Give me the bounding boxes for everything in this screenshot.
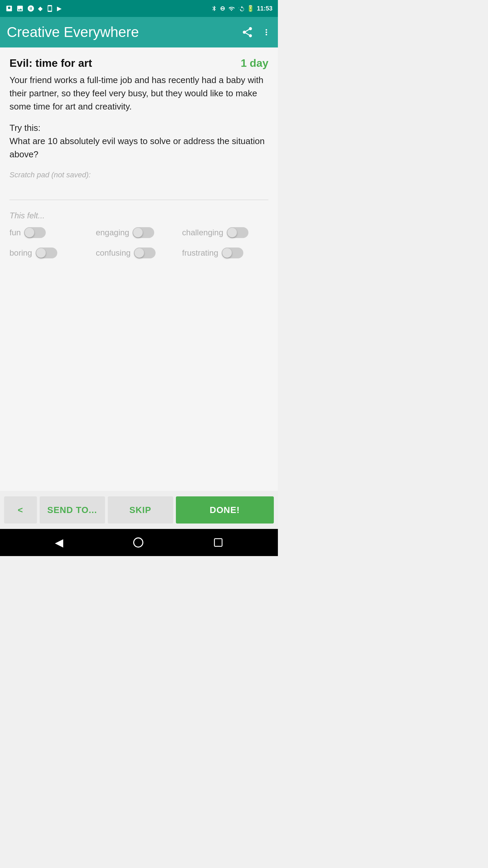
- toggle-item-fun: fun: [9, 227, 96, 238]
- toggle-item-boring: boring: [9, 248, 96, 258]
- nav-back-button[interactable]: ◀: [55, 536, 63, 549]
- toggle-confusing[interactable]: [134, 248, 156, 258]
- app-icon-6: ▶: [57, 5, 62, 12]
- bluetooth-icon: [211, 5, 217, 12]
- challenge-header: Evil: time for art 1 day: [9, 57, 268, 70]
- app-icon-2: [16, 5, 24, 12]
- app-bar: Creative Everywhere: [0, 17, 278, 47]
- challenge-days: 1 day: [241, 57, 268, 70]
- toggle-item-engaging: engaging: [96, 227, 182, 238]
- app-title: Creative Everywhere: [7, 24, 241, 40]
- share-button[interactable]: [241, 26, 253, 38]
- toggle-label-frustrating: frustrating: [182, 248, 218, 258]
- toggle-item-confusing: confusing: [96, 248, 182, 258]
- try-this-text: Try this: What are 10 absolutely evil wa…: [9, 121, 268, 161]
- app-icon-3: [27, 5, 35, 12]
- toggle-label-confusing: confusing: [96, 248, 131, 258]
- main-content: Evil: time for art 1 day Your friend wor…: [0, 47, 278, 491]
- status-bar-right: ⊖ 🔋 11:53: [211, 5, 272, 12]
- toggle-item-frustrating: frustrating: [182, 248, 268, 258]
- scratch-pad-label: Scratch pad (not saved):: [9, 171, 268, 179]
- nav-bar: ◀: [0, 529, 278, 556]
- send-to-button[interactable]: SEND TO...: [40, 496, 105, 524]
- toggle-frustrating[interactable]: [222, 248, 243, 258]
- felt-label: This felt...: [9, 211, 268, 220]
- toggle-fun[interactable]: [24, 227, 46, 238]
- signal-icon: [238, 5, 244, 12]
- battery-icon: 🔋: [247, 5, 254, 12]
- status-bar-left: ◆ ▶: [5, 5, 62, 12]
- svg-rect-1: [214, 539, 222, 547]
- app-icon-5: [46, 5, 54, 12]
- time: 11:53: [257, 5, 272, 12]
- challenge-title: Evil: time for art: [9, 57, 92, 70]
- action-bar: < SEND TO... SKIP DONE!: [0, 491, 278, 529]
- toggle-item-challenging: challenging: [182, 227, 268, 238]
- toggle-label-challenging: challenging: [182, 228, 223, 237]
- nav-recents-button[interactable]: [213, 537, 223, 548]
- skip-button[interactable]: SKIP: [108, 496, 173, 524]
- wifi-icon: [228, 5, 235, 12]
- status-bar: ◆ ▶ ⊖ 🔋 11:53: [0, 0, 278, 17]
- done-button[interactable]: DONE!: [176, 496, 274, 524]
- svg-point-0: [134, 538, 143, 547]
- toggle-label-engaging: engaging: [96, 228, 129, 237]
- dnd-icon: ⊖: [220, 5, 225, 12]
- toggle-challenging[interactable]: [227, 227, 248, 238]
- challenge-description: Your friend works a full-time job and ha…: [9, 74, 268, 113]
- more-options-button[interactable]: [262, 26, 271, 38]
- app-icon-1: [5, 5, 13, 12]
- scratch-pad-input[interactable]: [9, 185, 268, 200]
- toggle-label-boring: boring: [9, 248, 32, 258]
- toggle-engaging[interactable]: [133, 227, 154, 238]
- nav-home-button[interactable]: [132, 536, 144, 549]
- toggle-boring[interactable]: [36, 248, 57, 258]
- back-button[interactable]: <: [4, 496, 37, 524]
- app-icon-4: ◆: [38, 5, 43, 12]
- toggle-label-fun: fun: [9, 228, 21, 237]
- app-bar-actions: [241, 26, 271, 38]
- toggles-grid: fun engaging challenging b: [9, 227, 268, 258]
